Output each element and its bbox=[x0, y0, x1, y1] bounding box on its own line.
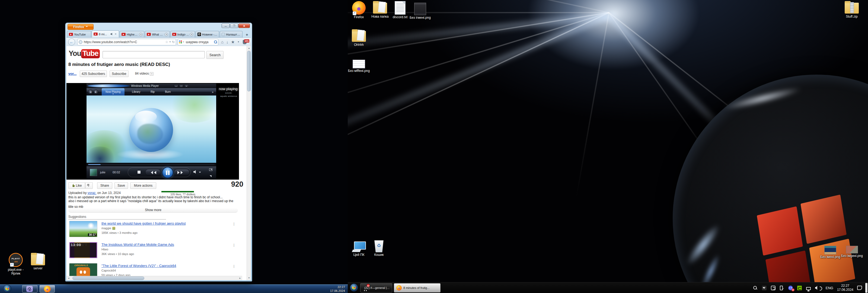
start-button[interactable] bbox=[350, 284, 358, 292]
tray-search-icon[interactable] bbox=[753, 286, 757, 290]
taskbar-window-firefox[interactable]: 8 minutes of frutig... bbox=[394, 283, 440, 292]
dislike-button[interactable] bbox=[85, 182, 93, 189]
tab-higher[interactable]: Higher ... bbox=[120, 31, 144, 37]
desktop-icon-playit[interactable]: playit.exe - Ярлик bbox=[4, 253, 28, 275]
horizontal-scrollbar[interactable]: ◄ ► bbox=[66, 276, 242, 280]
scroll-down-icon[interactable]: ▼ bbox=[247, 276, 251, 280]
desktop-icon-image1[interactable]: Без ігмені.png bbox=[409, 1, 431, 20]
vertical-scroll-thumb[interactable] bbox=[247, 51, 251, 91]
suggestion-title[interactable]: the world we should have gotten | frutig… bbox=[101, 222, 229, 226]
videos-count[interactable]: 84 videos ≈ bbox=[131, 70, 157, 77]
desktop-icon-this-pc[interactable]: Цей ПК bbox=[348, 240, 370, 257]
youtube-search-button[interactable]: Search bbox=[207, 51, 223, 59]
suggestion-thumbnail[interactable]: DOESN'T 13:00 bbox=[69, 242, 97, 258]
vertical-scrollbar[interactable]: ▲ ▼ bbox=[247, 46, 251, 280]
adblock-icon[interactable]: 101 bbox=[242, 39, 249, 45]
tray-msi-icon[interactable] bbox=[762, 286, 767, 290]
youtube-logo[interactable]: YouTube bbox=[69, 49, 100, 58]
tab-close-icon[interactable]: × bbox=[114, 33, 117, 36]
channel-link[interactable]: vor... bbox=[68, 71, 76, 76]
suggestion-item[interactable]: 30:17 the world we should have gotten | … bbox=[68, 221, 243, 240]
google-icon[interactable] bbox=[179, 40, 182, 44]
suggestion-title[interactable]: The Insidious World of Fake Mobile Game … bbox=[101, 242, 229, 246]
left-taskbar: 22:27 17.06.2024 bbox=[0, 284, 348, 293]
tray-usb-icon[interactable] bbox=[780, 286, 783, 290]
desktop-icon-image2[interactable]: Без мfffені.png bbox=[348, 58, 370, 73]
tab-audio-icon[interactable] bbox=[111, 33, 113, 35]
kebab-menu-icon[interactable]: ⋮ bbox=[232, 264, 236, 268]
url-input[interactable] bbox=[84, 40, 164, 44]
language-indicator[interactable]: ENG bbox=[826, 286, 833, 290]
back-button[interactable]: ← bbox=[68, 38, 75, 46]
desktop-icon-server[interactable]: server bbox=[26, 253, 50, 270]
tray-camera-icon[interactable] bbox=[771, 286, 775, 290]
desktop-icon-image4[interactable]: Без імgені.png bbox=[841, 244, 863, 258]
engine-dropdown-icon[interactable]: ▼ bbox=[183, 41, 184, 43]
logo-pane bbox=[757, 206, 803, 256]
action-center-icon[interactable] bbox=[857, 286, 862, 290]
url-bar[interactable]: ☆ ▼ ↻ bbox=[77, 39, 176, 45]
suggestion-item[interactable]: DOESN'T 13:00 The Insidious World of Fak… bbox=[68, 242, 243, 262]
search-bar[interactable]: ▼ bbox=[178, 39, 218, 45]
taskbar-app-firefox[interactable] bbox=[40, 285, 55, 292]
tray-nvidia-icon[interactable] bbox=[797, 286, 802, 290]
video-player[interactable]: Windows Media Player —□× ◄► Now Playing … bbox=[66, 83, 239, 180]
window-titlebar[interactable]: Firefox bbox=[66, 23, 251, 30]
desktop-icon-discord-txt[interactable]: discord.txt bbox=[389, 1, 411, 19]
uploader-link[interactable]: voraz. bbox=[88, 191, 97, 195]
web-search-input[interactable] bbox=[186, 40, 214, 44]
desktop-icon-stuff-zip[interactable]: Stuff.zip bbox=[841, 1, 863, 19]
reload-icon[interactable]: ↻ bbox=[172, 40, 175, 44]
tray-volume-icon[interactable] bbox=[815, 286, 818, 290]
desktop-icon-recycle-bin[interactable]: Кошик bbox=[368, 240, 390, 257]
kebab-menu-icon[interactable]: ⋮ bbox=[232, 222, 236, 226]
text-file-icon bbox=[395, 1, 405, 14]
expand-videos-icon[interactable]: ≈ bbox=[150, 72, 154, 76]
desktop-icon-firefox[interactable]: Firefox bbox=[348, 1, 370, 19]
share-button[interactable]: Share bbox=[97, 182, 112, 189]
minimize-button[interactable] bbox=[222, 24, 230, 28]
taskbar-window-discord[interactable]: 22 (22) #—general | ... bbox=[360, 283, 392, 292]
tab-settings[interactable]: Налашту... bbox=[220, 31, 243, 37]
tab-current-video[interactable]: 8 mi... × bbox=[92, 30, 119, 37]
start-button[interactable] bbox=[3, 285, 11, 293]
desktop-icon-new-folder[interactable]: Нова папка bbox=[369, 1, 391, 19]
scroll-left-icon[interactable]: ◄ bbox=[66, 276, 71, 280]
tray-network-icon[interactable] bbox=[806, 287, 811, 290]
search-go-icon[interactable] bbox=[214, 40, 217, 43]
url-dropdown-icon[interactable]: ▼ bbox=[169, 41, 171, 43]
tab-indigo[interactable]: Indigo ... bbox=[170, 31, 195, 37]
bookmarks-icon[interactable]: ★ bbox=[231, 40, 235, 44]
scroll-right-icon[interactable]: ► bbox=[238, 276, 242, 280]
seek-track bbox=[88, 164, 215, 165]
show-desktop-button[interactable] bbox=[865, 283, 867, 293]
tab-news[interactable]: O Новини - ... bbox=[195, 31, 219, 37]
bookmark-star-icon[interactable]: ☆ bbox=[165, 40, 168, 44]
like-button[interactable]: Like bbox=[68, 182, 85, 189]
scroll-up-icon[interactable]: ▲ bbox=[247, 46, 251, 51]
tab-youtube[interactable]: YouTube bbox=[67, 31, 91, 37]
tab-what-h[interactable]: What h... bbox=[145, 31, 169, 37]
taskbar-clock[interactable]: 22:27 17.06.2024 bbox=[330, 285, 345, 293]
taskbar-clock[interactable]: 22:27 17.06.2024 bbox=[837, 284, 854, 292]
kebab-menu-icon[interactable]: ⋮ bbox=[232, 243, 236, 247]
firefox-menu-button[interactable]: Firefox bbox=[67, 24, 94, 30]
more-actions-button[interactable]: More actions bbox=[130, 182, 156, 189]
desktop-icon-image3[interactable]: Без імені.png bbox=[819, 244, 841, 259]
downloads-icon[interactable]: ↓ bbox=[226, 40, 228, 44]
home-icon[interactable]: ⌂ bbox=[221, 40, 223, 44]
bookmarks-dropdown-icon[interactable]: ▼ bbox=[237, 40, 240, 44]
desktop-icon-ohhhh[interactable]: Ohhhh bbox=[348, 29, 370, 47]
close-button[interactable] bbox=[239, 24, 250, 28]
horizontal-scroll-thumb[interactable] bbox=[72, 276, 144, 280]
taskbar-app-pinned[interactable] bbox=[22, 285, 37, 292]
show-more-button[interactable]: Show more bbox=[68, 208, 238, 213]
tray-discord-icon[interactable]: 22 bbox=[788, 286, 793, 290]
restore-button[interactable] bbox=[230, 24, 238, 28]
suggestion-thumbnail[interactable]: 30:17 bbox=[69, 221, 97, 237]
suggestion-title[interactable]: "The Little Forest of Wonders (V2)" - Ca… bbox=[101, 264, 229, 268]
save-button[interactable]: Save bbox=[115, 182, 128, 189]
subscribe-button[interactable]: Subscribe bbox=[110, 70, 129, 77]
youtube-search-input[interactable] bbox=[102, 51, 205, 58]
new-tab-button[interactable]: + bbox=[244, 32, 250, 37]
